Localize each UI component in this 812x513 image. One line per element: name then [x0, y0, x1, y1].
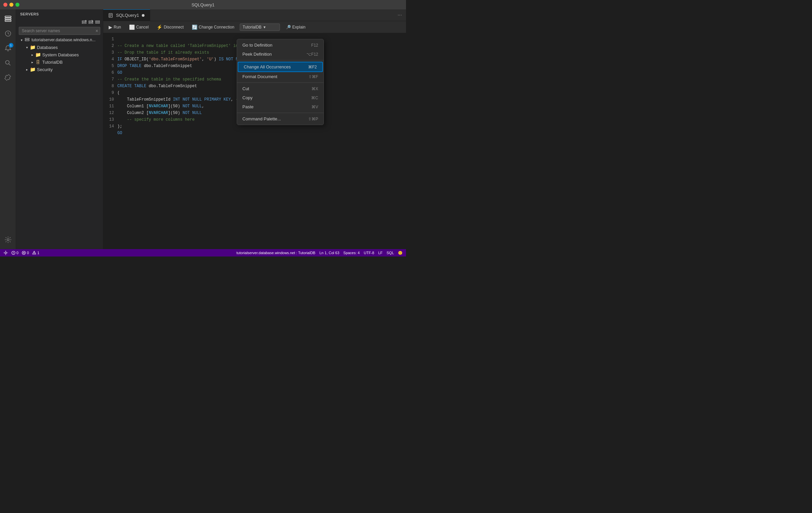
status-alerts[interactable]: 1: [32, 251, 39, 255]
cancel-button[interactable]: ⬜ Cancel: [126, 24, 151, 31]
settings-button[interactable]: [1, 233, 15, 247]
tree-item-server[interactable]: ▾ tutorialserver.database.windows.n...: [16, 36, 103, 44]
menu-item-peek-definition[interactable]: Peek Definition ⌥F12: [237, 50, 323, 59]
error-icon: [22, 251, 26, 255]
folder-icon: 📁: [29, 44, 35, 50]
svg-point-4: [5, 61, 9, 64]
menu-item-label: Paste: [242, 104, 254, 109]
menu-item-label: Copy: [242, 95, 253, 100]
explain-button[interactable]: 🔎 Explain: [283, 24, 309, 30]
menu-item-paste[interactable]: Paste ⌘V: [237, 102, 323, 111]
svg-rect-13: [25, 40, 29, 41]
status-warnings[interactable]: 0: [11, 251, 19, 255]
status-position[interactable]: Ln 1, Col 63: [319, 251, 339, 255]
status-language[interactable]: SQL: [386, 251, 394, 255]
line-num: 4: [103, 56, 114, 63]
tab-bar: SQLQuery1 ···: [103, 9, 406, 21]
disconnect-button[interactable]: ⚡ Disconnect: [154, 24, 186, 31]
close-button[interactable]: [3, 3, 7, 7]
status-smiley[interactable]: 🙂: [398, 251, 403, 255]
maximize-button[interactable]: [16, 3, 20, 7]
chevron-right-icon: ▸: [24, 67, 29, 72]
chevron-down-icon: ▾: [19, 37, 24, 42]
sidebar-item-servers[interactable]: [1, 12, 15, 26]
menu-item-copy[interactable]: Copy ⌘C: [237, 93, 323, 102]
alert-count: 1: [37, 251, 39, 255]
run-label: Run: [114, 25, 121, 29]
activity-bar: 1: [0, 9, 16, 249]
sidebar-item-history[interactable]: [1, 27, 15, 40]
menu-item-change-all-occurrences[interactable]: Change All Occurrences ⌘F2: [238, 62, 323, 72]
menu-item-label: Format Document: [242, 74, 277, 79]
chevron-right-icon: ▸: [29, 52, 35, 57]
tree-item-tutorialdb[interactable]: ▸ 🗄 TutorialDB: [16, 58, 103, 66]
menu-item-go-to-definition[interactable]: Go to Definition F12: [237, 40, 323, 50]
chevron-down-icon: ▾: [263, 25, 265, 29]
folder-icon: 📁: [29, 66, 35, 73]
change-connection-icon: 🔄: [192, 25, 198, 30]
tab-sqlquery1[interactable]: SQLQuery1: [103, 9, 150, 21]
menu-separator: [237, 113, 323, 113]
line-num: 9: [103, 89, 114, 96]
status-spaces[interactable]: Spaces: 4: [343, 251, 360, 255]
svg-rect-0: [5, 16, 11, 18]
search-clear-button[interactable]: ×: [95, 28, 98, 33]
svg-rect-12: [25, 38, 29, 39]
line-num: 10: [103, 96, 114, 103]
change-connection-label: Change Connection: [199, 25, 234, 29]
menu-item-label: Go to Definition: [242, 42, 272, 48]
menu-item-label: Peek Definition: [242, 52, 271, 57]
menu-item-label: Cut: [242, 86, 249, 91]
error-count: 0: [27, 251, 29, 255]
menu-item-command-palette[interactable]: Command Palette... ⇧⌘P: [237, 114, 323, 123]
servers-icon: [4, 15, 12, 23]
db-selector[interactable]: TutorialDB ▾: [240, 24, 280, 31]
editor-area: SQLQuery1 ··· ▶ Run ⬜ Cancel ⚡ Disconnec…: [103, 9, 406, 249]
sidebar-item-notifications[interactable]: 1: [1, 41, 15, 55]
menu-item-label: Change All Occurrences: [244, 64, 291, 69]
line-num: 12: [103, 110, 114, 116]
status-bar: 0 0 1 tutorialserver.database.windows.ne…: [0, 249, 406, 256]
status-errors[interactable]: 0: [22, 251, 29, 255]
search-input[interactable]: [19, 27, 100, 35]
change-connection-button[interactable]: 🔄 Change Connection: [189, 24, 237, 31]
tree-item-security[interactable]: ▸ 📁 Security: [16, 66, 103, 73]
settings-small-icon: [3, 251, 8, 255]
server-icon: [24, 37, 30, 43]
line-num: 7: [103, 76, 114, 83]
menu-item-cut[interactable]: Cut ⌘X: [237, 84, 323, 93]
scrollbar[interactable]: [403, 33, 406, 249]
filter-icon[interactable]: [95, 20, 100, 25]
settings-icon: [4, 236, 12, 244]
tutorialdb-label: TutorialDB: [42, 60, 63, 65]
tree-item-system-dbs[interactable]: ▸ 📁 System Databases: [16, 51, 103, 58]
sidebar-item-search[interactable]: [1, 56, 15, 70]
cancel-label: Cancel: [136, 25, 148, 29]
more-tabs-button[interactable]: ···: [394, 9, 406, 21]
status-encoding[interactable]: UTF-8: [364, 251, 374, 255]
line-num: 1: [103, 36, 114, 42]
status-server[interactable]: tutorialserver.database.windows.net : Tu…: [236, 251, 315, 255]
minimize-button[interactable]: [9, 3, 13, 7]
menu-item-shortcut: ⌥F12: [307, 52, 318, 57]
menu-item-shortcut: F12: [311, 43, 318, 48]
search-icon: [4, 59, 12, 67]
alert-icon: [32, 251, 36, 255]
tree-item-databases[interactable]: ▾ 📁 Databases: [16, 44, 103, 51]
tab-modified-dot: [142, 14, 145, 17]
chevron-right-icon: ▸: [29, 59, 35, 65]
disconnect-server-icon[interactable]: [88, 20, 93, 25]
menu-item-format-document[interactable]: Format Document ⇧⌘F: [237, 72, 323, 81]
new-server-icon[interactable]: [82, 20, 87, 25]
traffic-lights[interactable]: [3, 3, 20, 7]
sidebar: SERVERS × ▾ tutorialserver.database.wind…: [16, 9, 103, 249]
menu-item-shortcut: ⌘V: [312, 105, 318, 109]
context-menu: Go to Definition F12 Peek Definition ⌥F1…: [237, 39, 324, 125]
svg-rect-1: [5, 18, 11, 20]
status-settings[interactable]: [3, 251, 8, 255]
svg-point-15: [5, 252, 7, 254]
status-line-endings[interactable]: LF: [378, 251, 382, 255]
run-button[interactable]: ▶ Run: [106, 24, 124, 31]
sidebar-item-extensions[interactable]: [1, 71, 15, 85]
line-numbers: 1 2 3 4 5 6 7 8 9 10 11 12 13 14: [103, 33, 117, 249]
